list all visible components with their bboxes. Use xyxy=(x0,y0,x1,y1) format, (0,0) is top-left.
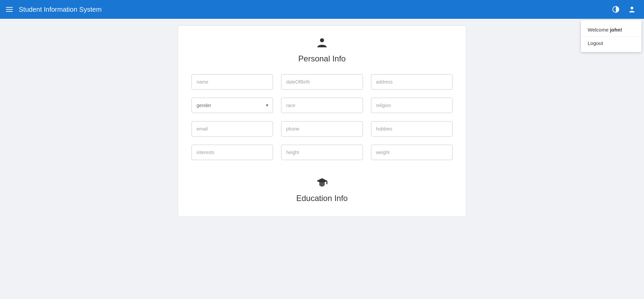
form-row-1 xyxy=(192,74,452,90)
personal-info-header: Personal Info xyxy=(192,37,452,63)
dropdown-username: john! xyxy=(610,27,622,33)
main-content: Personal Info gender Male Female Other ▼ xyxy=(0,19,644,223)
religion-input[interactable] xyxy=(371,98,452,113)
app-title: Student Information System xyxy=(19,6,609,13)
theme-icon xyxy=(612,6,620,13)
logout-button[interactable]: Logout xyxy=(581,37,641,49)
hobbies-input[interactable] xyxy=(371,121,452,137)
education-info-section: Education Info xyxy=(192,176,452,203)
phone-input[interactable] xyxy=(281,121,363,137)
form-card: Personal Info gender Male Female Other ▼ xyxy=(178,26,466,217)
education-info-title: Education Info xyxy=(296,194,347,203)
gender-select-wrapper: gender Male Female Other ▼ xyxy=(192,98,273,113)
form-row-3 xyxy=(192,121,452,137)
email-input[interactable] xyxy=(192,121,273,137)
form-row-4 xyxy=(192,145,452,160)
height-input[interactable] xyxy=(281,145,363,160)
graduation-icon xyxy=(316,176,328,191)
gender-select[interactable]: gender Male Female Other xyxy=(192,98,273,113)
name-input[interactable] xyxy=(192,74,273,90)
form-row-2: gender Male Female Other ▼ xyxy=(192,98,452,113)
navbar: Student Information System Welcome john!… xyxy=(0,0,644,19)
svg-rect-4 xyxy=(326,181,327,184)
dob-input[interactable] xyxy=(281,74,363,90)
menu-button[interactable] xyxy=(5,3,19,16)
svg-point-2 xyxy=(320,38,324,42)
dropdown-welcome: Welcome john! xyxy=(581,23,641,37)
user-dropdown: Welcome john! Logout xyxy=(581,20,641,52)
svg-point-1 xyxy=(631,7,633,9)
address-input[interactable] xyxy=(371,74,452,90)
weight-input[interactable] xyxy=(371,145,452,160)
person-icon xyxy=(316,37,328,51)
account-button[interactable] xyxy=(625,3,639,16)
account-icon xyxy=(628,6,636,13)
personal-info-title: Personal Info xyxy=(298,54,345,63)
theme-toggle-button[interactable] xyxy=(609,3,623,16)
race-input[interactable] xyxy=(281,98,363,113)
interests-input[interactable] xyxy=(192,145,273,160)
navbar-actions xyxy=(609,3,639,16)
hamburger-icon xyxy=(6,7,13,12)
